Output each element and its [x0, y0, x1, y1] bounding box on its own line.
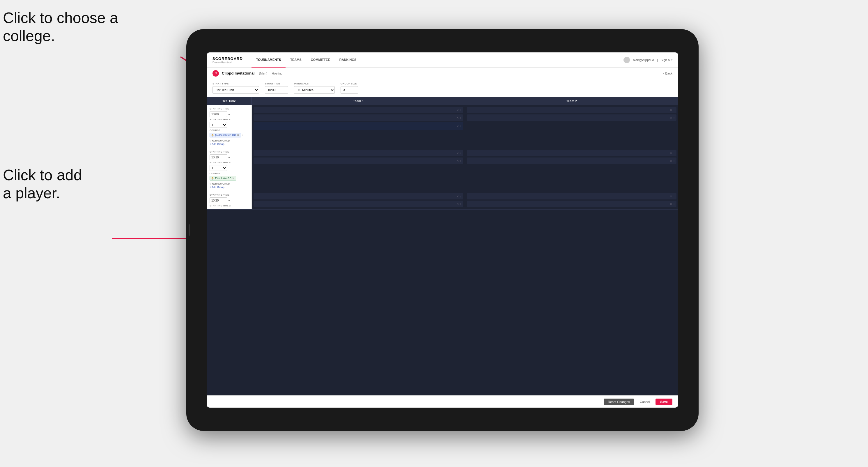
cancel-button[interactable]: Cancel — [637, 399, 653, 405]
intervals-group: Intervals 10 Minutes — [294, 82, 335, 94]
team2-slot-1-1[interactable]: ✕ ↕ — [467, 157, 677, 164]
course-arrow-1: ↕ — [237, 177, 238, 180]
add-group-1[interactable]: + Add Group — [210, 186, 249, 189]
group-left-1: STARTING TIME: ● STARTING HOLE: 1 COURSE… — [207, 148, 252, 191]
sign-out-link[interactable]: Sign out — [661, 58, 672, 62]
remove-group-0[interactable]: ○ Remove Group — [210, 139, 249, 142]
course-name-1: East Lake GC — [215, 177, 231, 180]
sub-header: C Clippd Invitational (Men) Hosting ‹ Ba… — [207, 67, 678, 79]
starting-hole-label-1: STARTING HOLE: — [210, 161, 249, 164]
player-slot-1-0[interactable]: ✕ ↕ — [253, 150, 463, 156]
intervals-select[interactable]: 10 Minutes — [294, 86, 335, 94]
slot-x-icon-0-0[interactable]: ✕ — [457, 108, 459, 112]
hosting-badge: Hosting — [272, 72, 282, 75]
course-tag-1[interactable]: ⛹ East Lake GC ✕ — [210, 176, 236, 181]
start-type-label: Start Type — [213, 82, 259, 85]
reset-changes-button[interactable]: Reset Changes — [604, 399, 634, 405]
user-avatar — [623, 57, 630, 63]
content-area: STARTING TIME: ● STARTING HOLE: 1 COURSE… — [207, 105, 678, 395]
start-type-select[interactable]: 1st Tee Start — [213, 86, 259, 94]
tab-teams[interactable]: TEAMS — [285, 53, 306, 67]
annotation-add-player: Click to adda player. — [3, 166, 82, 203]
brand-logo: SCOREBOARD Powered by clippd — [213, 57, 243, 63]
save-button[interactable]: Save — [655, 399, 672, 405]
table-header: Tee Time Team 1 Team 2 — [207, 97, 678, 105]
starting-hole-label-0: STARTING HOLE: — [210, 118, 249, 121]
tab-tournaments[interactable]: TOURNAMENTS — [251, 53, 285, 67]
starting-time-input-1[interactable] — [210, 154, 227, 160]
team2-x-2-1[interactable]: ✕ — [670, 203, 672, 206]
back-button[interactable]: ‹ Back — [663, 72, 672, 75]
slot-arrow-2-1: ↕ — [460, 203, 461, 206]
team2-arrow-0-1: ↕ — [673, 116, 675, 119]
th-tee-time: Tee Time — [207, 97, 252, 105]
time-icon-0: ● — [228, 113, 230, 116]
starting-time-label-1: STARTING TIME: — [210, 151, 249, 153]
start-time-input[interactable] — [265, 86, 288, 94]
group-left-0: STARTING TIME: ● STARTING HOLE: 1 COURSE… — [207, 105, 252, 148]
course-tag-row-0: ⛹ (A) Peachtree GC ✕ ↕ — [210, 133, 249, 137]
team2-cell-0: ✕ ↕ ✕ ↕ — [465, 105, 678, 148]
tab-rankings[interactable]: RANKINGS — [335, 53, 361, 67]
player-slot-2-1[interactable]: ✕ ↕ — [253, 200, 463, 207]
team2-x-1-1[interactable]: ✕ — [670, 159, 672, 162]
team2-slot-1-0[interactable]: ✕ ↕ — [467, 150, 677, 156]
team1-cell-1: ✕ ↕ ✕ ↕ — [252, 148, 465, 191]
slot-x-icon-0-1[interactable]: ✕ — [457, 116, 459, 119]
starting-time-input-2[interactable] — [210, 197, 227, 203]
team2-x-1-0[interactable]: ✕ — [670, 152, 672, 155]
course-tag-0[interactable]: ⛹ (A) Peachtree GC ✕ — [210, 133, 241, 137]
tablet-frame: SCOREBOARD Powered by clippd TOURNAMENTS… — [186, 29, 699, 431]
course-label-0: COURSE: — [210, 129, 249, 132]
team2-arrow-1-1: ↕ — [673, 159, 675, 162]
tournament-title: Clippd Invitational — [222, 71, 255, 75]
team1-course-arrow-0: ↕ — [460, 125, 461, 128]
clippd-logo: C — [213, 70, 219, 76]
tablet-screen: SCOREBOARD Powered by clippd TOURNAMENTS… — [207, 53, 678, 408]
slot-x-1-0[interactable]: ✕ — [457, 152, 459, 155]
team1-course-x-0[interactable]: ✕ — [457, 125, 459, 128]
group-row-1: STARTING TIME: ● STARTING HOLE: 1 COURSE… — [207, 148, 678, 191]
team2-arrow-1-0: ↕ — [673, 152, 675, 155]
starting-time-label-0: STARTING TIME: — [210, 107, 249, 110]
starting-time-row-1: ● — [210, 154, 249, 160]
starting-hole-label-2: STARTING HOLE: — [210, 205, 249, 207]
remove-add-1: ○ Remove Group + Add Group — [210, 182, 249, 189]
team2-slot-0-0[interactable]: ✕ ↕ — [467, 107, 677, 113]
slot-x-2-0[interactable]: ✕ — [457, 195, 459, 198]
annotation-choose-college: Click to choose acollege. — [3, 9, 118, 45]
slot-arrow-icon-0-1: ↕ — [460, 116, 461, 119]
group-row: STARTING TIME: ● STARTING HOLE: 1 COURSE… — [207, 105, 678, 148]
tab-committee[interactable]: COMMITTEE — [306, 53, 335, 67]
add-group-0[interactable]: + Add Group — [210, 143, 249, 146]
team2-x-0-1[interactable]: ✕ — [670, 116, 672, 119]
group-size-input[interactable] — [341, 86, 358, 94]
player-slot-0-0[interactable]: ✕ ↕ — [253, 107, 463, 113]
nav-tabs: TOURNAMENTS TEAMS COMMITTEE RANKINGS — [251, 53, 624, 67]
group-row-2: STARTING TIME: ● STARTING HOLE: ✕ ↕ ✕ ↕ — [207, 191, 678, 210]
team2-arrow-0-0: ↕ — [673, 108, 675, 112]
remove-group-1[interactable]: ○ Remove Group — [210, 182, 249, 185]
starting-time-input-0[interactable] — [210, 111, 227, 117]
gender-badge: (Men) — [259, 72, 268, 75]
player-slot-1-1[interactable]: ✕ ↕ — [253, 157, 463, 164]
slot-x-2-1[interactable]: ✕ — [457, 203, 459, 206]
course-remove-1[interactable]: ✕ — [232, 177, 235, 180]
team2-slot-2-1[interactable]: ✕ ↕ — [467, 200, 677, 207]
player-slot-2-0[interactable]: ✕ ↕ — [253, 193, 463, 199]
team2-slot-0-1[interactable]: ✕ ↕ — [467, 115, 677, 121]
slot-x-1-1[interactable]: ✕ — [457, 159, 459, 162]
team2-x-2-0[interactable]: ✕ — [670, 195, 672, 198]
team2-slot-2-0[interactable]: ✕ ↕ — [467, 193, 677, 199]
player-slot-0-1[interactable]: ✕ ↕ — [253, 115, 463, 121]
starting-hole-select-1[interactable]: 1 — [210, 165, 227, 171]
group-left-2: STARTING TIME: ● STARTING HOLE: — [207, 191, 252, 209]
team1-course-slot-0: ✕ ↕ — [253, 122, 463, 130]
course-remove-0[interactable]: ✕ — [237, 134, 239, 136]
app-header: SCOREBOARD Powered by clippd TOURNAMENTS… — [207, 53, 678, 67]
starting-hole-select-0[interactable]: 1 — [210, 122, 227, 128]
team2-arrow-2-1: ↕ — [673, 203, 675, 206]
course-arrow-0: ↕ — [242, 134, 243, 136]
team2-x-0-0[interactable]: ✕ — [670, 108, 672, 112]
starting-time-label-2: STARTING TIME: — [210, 194, 249, 196]
